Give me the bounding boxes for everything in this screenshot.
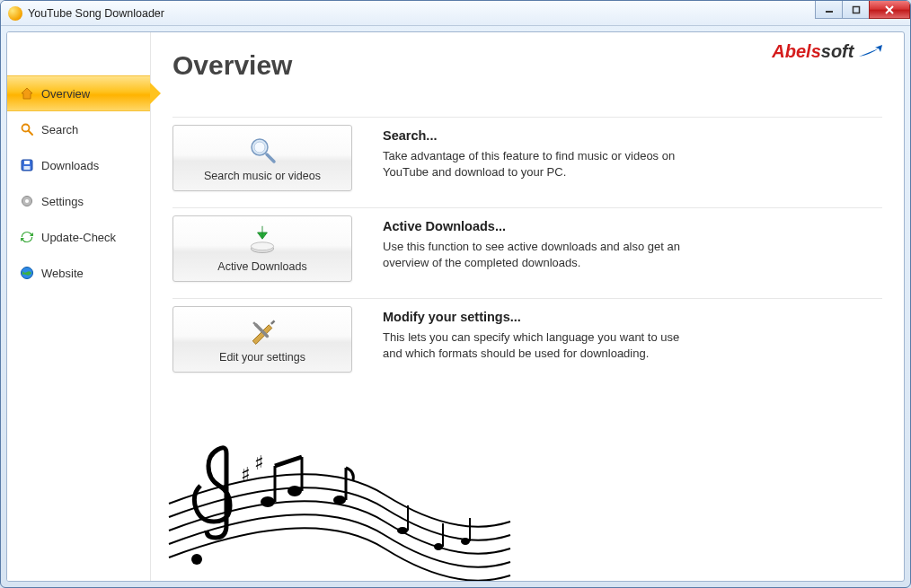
sidebar-item-overview[interactable]: Overview	[7, 75, 150, 111]
sidebar-item-label: Downloads	[41, 159, 99, 172]
section-body: Use this function to see active download…	[383, 239, 688, 271]
svg-point-10	[25, 199, 29, 203]
sidebar-item-label: Website	[41, 267, 84, 280]
section-settings: Edit your settings Modify your settings.…	[172, 298, 882, 389]
section-downloads-text: Active Downloads... Use this function to…	[383, 215, 688, 271]
sidebar: Overview Search Downloads Settings	[7, 32, 151, 581]
gear-icon	[20, 194, 34, 208]
sidebar-item-label: Settings	[41, 195, 84, 208]
svg-point-24	[333, 496, 346, 505]
globe-icon	[20, 266, 34, 280]
svg-point-21	[287, 486, 302, 496]
sidebar-item-label: Overview	[41, 87, 90, 101]
tile-label: Search music or videos	[204, 170, 321, 182]
titlebar: YouTube Song Downloader	[1, 1, 910, 26]
svg-point-16	[251, 242, 273, 250]
section-body: Take advantage of this feature to find m…	[383, 148, 688, 180]
sidebar-item-search[interactable]: Search	[7, 111, 150, 147]
main-panel: Abelssoft Overview Search music or video…	[151, 32, 904, 581]
svg-point-32	[461, 538, 470, 545]
tile-label: Edit your settings	[219, 351, 305, 364]
section-body: This lets you can specify which language…	[383, 329, 688, 362]
search-tile-button[interactable]: Search music or videos	[172, 125, 352, 191]
brand-suffix: soft	[821, 41, 854, 61]
app-window: YouTube Song Downloader Overview	[0, 0, 911, 588]
sidebar-item-settings[interactable]: Settings	[7, 183, 150, 219]
svg-text:♯: ♯	[254, 452, 264, 474]
window-title: YouTube Song Downloader	[8, 6, 815, 21]
settings-tile-button[interactable]: Edit your settings	[172, 306, 352, 373]
maximize-button[interactable]	[842, 1, 869, 19]
section-title: Active Downloads...	[383, 219, 688, 233]
sidebar-item-label: Update-Check	[41, 231, 116, 244]
app-icon	[8, 6, 22, 21]
svg-text:♯: ♯	[241, 463, 251, 486]
section-search: Search music or videos Search... Take ad…	[172, 117, 882, 207]
home-icon	[20, 86, 34, 101]
brand-logo: Abelssoft	[772, 41, 882, 62]
svg-rect-8	[24, 166, 31, 170]
downloads-tile-button[interactable]: Active Downloads	[172, 215, 352, 282]
sidebar-item-downloads[interactable]: Downloads	[7, 147, 150, 183]
refresh-icon	[20, 230, 34, 244]
sidebar-item-website[interactable]: Website	[7, 255, 150, 291]
close-button[interactable]	[869, 1, 910, 19]
window-controls	[815, 1, 910, 25]
svg-point-13	[254, 142, 265, 153]
tools-icon	[246, 315, 279, 347]
svg-rect-7	[24, 161, 30, 164]
minimize-button[interactable]	[815, 1, 842, 19]
tile-label: Active Downloads	[217, 260, 306, 273]
section-title: Modify your settings...	[383, 310, 688, 324]
save-icon	[20, 158, 34, 172]
svg-line-14	[267, 154, 274, 162]
brand-prefix: Abels	[772, 41, 820, 61]
sidebar-item-label: Search	[41, 123, 78, 136]
window-title-text: YouTube Song Downloader	[28, 7, 164, 20]
arrow-icon	[859, 45, 882, 59]
music-notes-art: ♯ ♯	[151, 405, 528, 581]
svg-rect-1	[853, 6, 859, 13]
magnifier-icon	[246, 134, 279, 166]
svg-point-19	[261, 496, 275, 507]
svg-line-5	[29, 131, 32, 135]
client-area: Overview Search Downloads Settings	[6, 31, 905, 582]
search-icon	[20, 122, 34, 136]
section-settings-text: Modify your settings... This lets you ca…	[383, 306, 688, 362]
section-title: Search...	[383, 128, 688, 143]
svg-point-30	[434, 543, 443, 550]
section-downloads: Active Downloads Active Downloads... Use…	[172, 207, 882, 298]
svg-line-23	[275, 457, 302, 466]
download-drive-icon	[246, 224, 279, 257]
svg-point-18	[191, 554, 202, 565]
svg-point-28	[397, 527, 408, 534]
sidebar-item-update-check[interactable]: Update-Check	[7, 219, 150, 255]
section-search-text: Search... Take advantage of this feature…	[383, 125, 688, 180]
